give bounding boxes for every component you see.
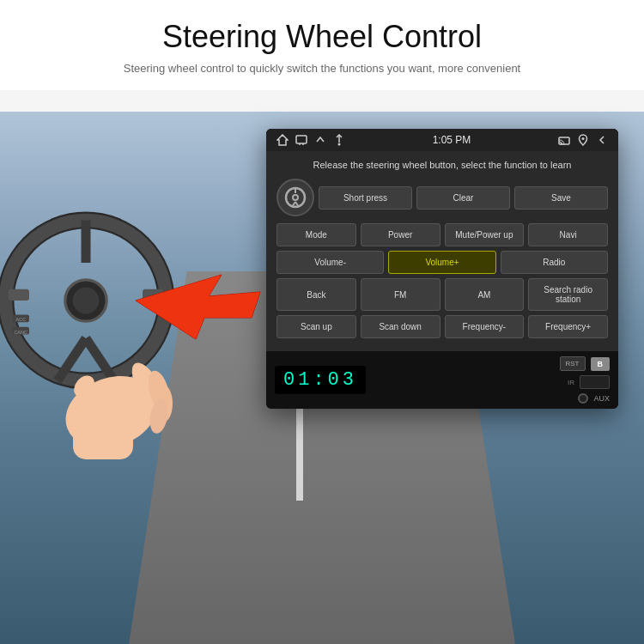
fm-button[interactable]: FM [361, 278, 440, 311]
steering-wheel-small-icon [276, 179, 314, 216]
svg-text:ACC: ACC [16, 317, 27, 322]
scan-down-button[interactable]: Scan down [361, 315, 440, 338]
screen: 1:05 PM Release the steering wheel butto… [266, 129, 618, 351]
mute-power-up-button[interactable]: Mute/Power up [445, 223, 525, 246]
svg-marker-22 [277, 135, 288, 145]
screen-content: Release the steering wheel button, selec… [266, 151, 618, 351]
clear-button[interactable]: Clear [416, 186, 510, 210]
scan-up-button[interactable]: Scan up [276, 315, 356, 338]
ir-label: IR [568, 379, 574, 386]
aux-port [578, 393, 588, 404]
volume-down-button[interactable]: Volume- [276, 251, 384, 274]
status-bar: 1:05 PM [266, 129, 618, 151]
stereo-unit: 1:05 PM Release the steering wheel butto… [266, 129, 618, 409]
save-button[interactable]: Save [514, 186, 608, 210]
cast-icon [558, 134, 570, 146]
svg-rect-19 [73, 425, 133, 459]
red-arrow-icon [127, 270, 264, 365]
up-arrow-icon [314, 134, 326, 146]
power-button[interactable]: Power [361, 223, 440, 246]
status-time: 1:05 PM [433, 134, 471, 146]
right-controls: RST B IR AUX [560, 356, 611, 404]
frequency-down-button[interactable]: Frequency- [445, 315, 525, 338]
status-icons-left [276, 134, 345, 146]
button-row-1: Mode Power Mute/Power up Navi [276, 223, 608, 246]
button-row-3: Back FM AM Search radio station [276, 278, 608, 311]
button-row-2: Volume- Volume+ Radio [276, 251, 608, 274]
clock-display: 01:03 [275, 366, 366, 394]
stereo-bottom: 01:03 RST B IR AUX [266, 351, 618, 409]
page-subtitle: Steering wheel control to quickly switch… [52, 62, 592, 75]
usb-icon [333, 134, 345, 146]
ir-slot [580, 375, 610, 389]
status-icons-right [558, 134, 608, 146]
svg-marker-21 [136, 275, 260, 339]
svg-point-27 [338, 143, 341, 146]
screen-icon [295, 134, 307, 146]
location-icon [577, 134, 589, 146]
b-button[interactable]: B [591, 357, 611, 371]
volume-up-button[interactable]: Volume+ [388, 251, 495, 274]
mode-button[interactable]: Mode [276, 223, 356, 246]
svg-text:CANC: CANC [14, 330, 27, 335]
home-icon [276, 134, 289, 146]
instruction-text: Release the steering wheel button, selec… [276, 160, 608, 170]
time-display: 01:03 [275, 369, 366, 391]
content-area: ACC CANC [0, 112, 644, 644]
svg-point-6 [73, 288, 100, 314]
svg-rect-7 [9, 289, 29, 301]
frequency-up-button[interactable]: Frequency+ [528, 315, 608, 338]
back-icon [596, 134, 608, 146]
svg-point-35 [293, 195, 298, 200]
button-row-4: Scan up Scan down Frequency- Frequency+ [276, 315, 608, 338]
radio-button[interactable]: Radio [501, 251, 608, 274]
svg-point-30 [581, 137, 584, 140]
search-radio-station-button[interactable]: Search radio station [528, 278, 608, 311]
am-button[interactable]: AM [445, 278, 525, 311]
navi-button[interactable]: Navi [528, 223, 608, 246]
rst-label: RST [560, 356, 586, 371]
header-section: Steering Wheel Control Steering wheel co… [0, 0, 644, 90]
svg-rect-23 [296, 136, 307, 143]
aux-label: AUX [593, 394, 610, 403]
page-title: Steering Wheel Control [52, 19, 592, 55]
back-button[interactable]: Back [276, 278, 356, 311]
short-press-button[interactable]: Short press [319, 186, 412, 210]
wheel-icon [284, 186, 307, 209]
top-buttons-row: Short press Clear Save [276, 179, 608, 216]
